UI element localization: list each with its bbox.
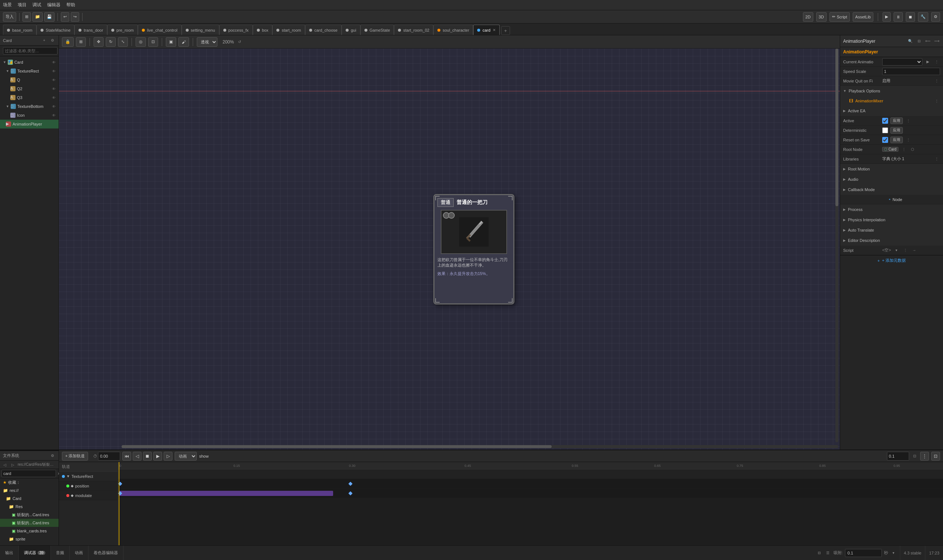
anim-play-icon[interactable]: ▶ <box>924 58 931 65</box>
fs-search-input[interactable] <box>2 470 56 477</box>
active-checkbox[interactable] <box>882 118 888 124</box>
assetlib-btn[interactable]: AssetLib <box>853 12 874 22</box>
snap-btn[interactable]: ⊡ <box>148 37 158 47</box>
animation-select[interactable]: 动画show <box>175 452 197 461</box>
script-arrow-icon[interactable]: → <box>911 247 918 254</box>
tree-item-q3[interactable]: A Q3 👁 <box>0 93 59 102</box>
scene-options-icon[interactable]: ⚙ <box>49 37 56 44</box>
pause-btn[interactable]: ⏸ <box>894 12 903 22</box>
tab-base-room[interactable]: base_room <box>3 25 37 35</box>
tab-start-room2[interactable]: start_room_02 <box>394 25 434 35</box>
open-scene-btn[interactable]: 📁 <box>32 12 43 22</box>
menu-project[interactable]: 项目 <box>18 2 26 8</box>
visibility-icon-tr[interactable]: 👁 <box>52 69 56 73</box>
inspector-history-icon[interactable]: ⟵ <box>924 38 931 45</box>
script-btn[interactable]: ✏ Script <box>829 12 850 22</box>
script-dropdown-icon[interactable]: ▾ <box>893 247 900 254</box>
animation-tab[interactable]: 动画 <box>69 546 88 560</box>
pivot-btn[interactable]: ◎ <box>136 37 146 47</box>
tree-item-q[interactable]: A Q 👁 <box>0 75 59 84</box>
move-btn[interactable]: ✥ <box>94 37 103 47</box>
reset-save-checkbox[interactable] <box>882 137 888 143</box>
script-options-icon[interactable]: ⋮ <box>902 247 909 254</box>
columns-btn[interactable]: ☰ <box>825 550 831 556</box>
animation-mixer-row[interactable]: 🎞 AnimationMixer ⋮ <box>840 96 943 106</box>
menu-help[interactable]: 帮助 <box>66 2 75 8</box>
tree-item-q2[interactable]: A Q2 👁 <box>0 84 59 93</box>
active-options-icon[interactable]: ⋮ <box>905 117 912 124</box>
speed-scale-input[interactable] <box>882 68 940 75</box>
root-node-options[interactable]: ⋮ <box>901 146 907 153</box>
inspector-next-icon[interactable]: ⟶ <box>934 38 940 45</box>
position-track-label[interactable]: ◆ position <box>59 481 117 491</box>
anim-options-icon[interactable]: ⋮ <box>934 58 940 65</box>
position-keyframe-end[interactable] <box>348 482 352 486</box>
add-metadata-button[interactable]: + + 添加元数据 <box>840 255 943 265</box>
v-scrollbar-thumb[interactable] <box>835 49 838 206</box>
debugger-tab[interactable]: 调试器 39 <box>19 546 51 560</box>
timeline-zoom-btn[interactable]: ⊡ <box>931 452 940 461</box>
scene-add-icon[interactable]: + <box>41 37 48 44</box>
mixer-options-icon[interactable]: ⋮ <box>934 98 940 104</box>
fs-blank-card[interactable]: ▣ blank_cards.tres <box>0 527 59 535</box>
unit-dropdown-icon[interactable]: ▾ <box>890 550 897 556</box>
visibility-icon-q[interactable]: 👁 <box>52 78 56 82</box>
h-scrollbar[interactable] <box>122 445 838 448</box>
tab-setting-menu[interactable]: setting_menu <box>182 25 219 35</box>
modulate-bar[interactable] <box>119 491 333 496</box>
prev-frame-btn[interactable]: ◁ <box>133 452 142 461</box>
filter-btn[interactable]: ⊟ <box>816 550 823 556</box>
rotate-btn[interactable]: ↻ <box>106 37 116 47</box>
physics-interp-header[interactable]: ▶ Physics Interpolation <box>840 215 943 225</box>
libraries-options[interactable]: ⋮ <box>934 156 940 162</box>
fs-card-folder[interactable]: 📁 Card <box>0 494 59 503</box>
tab-process-fx[interactable]: poccess_fx <box>219 25 253 35</box>
timeline-options-btn[interactable]: ⋮ <box>920 452 929 461</box>
audio-tab[interactable]: 音频 <box>51 546 69 560</box>
modulate-keyframe-end[interactable] <box>348 491 352 495</box>
paint-tool-btn[interactable]: 🖌 <box>178 37 189 47</box>
timeline-snap-icon[interactable]: ⊡ <box>911 453 918 460</box>
scene-filter-input[interactable] <box>3 47 57 54</box>
reset-save-apply-btn[interactable]: 应用 <box>890 137 903 143</box>
next-frame-btn[interactable]: ▷ <box>164 452 173 461</box>
scale-btn[interactable]: ⤡ <box>118 37 128 47</box>
redo-btn[interactable]: ↪ <box>71 12 79 22</box>
callback-mode-header[interactable]: ▶ Callback Mode <box>840 185 943 195</box>
deterministic-apply-btn[interactable]: 应用 <box>890 127 903 134</box>
inspector-search-icon[interactable]: 🔍 <box>907 38 914 45</box>
zoom-reset-icon[interactable]: ↺ <box>236 38 243 45</box>
active-ea-header[interactable]: ▶ Active EA <box>840 106 943 116</box>
viewport[interactable]: 普通 普通的一把刀 <box>59 49 840 449</box>
current-anim-dropdown[interactable]: show <box>882 58 922 66</box>
tab-box[interactable]: box <box>253 25 273 35</box>
save-scene-btn[interactable]: 💾 <box>44 12 54 22</box>
fs-options-icon[interactable]: ⚙ <box>49 452 56 459</box>
view-2d-btn[interactable]: 2D <box>803 12 813 22</box>
playback-options-header[interactable]: ▼ Playback Options <box>840 86 943 96</box>
play-anim-btn[interactable]: ▶ <box>153 452 162 461</box>
root-motion-header[interactable]: ▶ Root Motion <box>840 164 943 174</box>
add-track-btn[interactable]: + 添加轨道 <box>62 452 88 461</box>
visibility-icon-q2[interactable]: 👁 <box>52 87 56 91</box>
add-tab-button[interactable]: + <box>501 26 510 35</box>
undo-btn[interactable]: ↩ <box>61 12 69 22</box>
texturerect-track-label[interactable]: ▼ TextureRect <box>59 472 117 481</box>
fs-zhanlie-card[interactable]: ▣ 斩裂的...Card.tres <box>0 511 59 519</box>
movie-quit-options[interactable]: ⋮ <box>934 78 940 84</box>
tab-live-chat[interactable]: live_chat_control <box>138 25 182 35</box>
visibility-icon-q3[interactable]: 👁 <box>52 96 56 100</box>
visibility-icon-icon[interactable]: 👁 <box>52 114 56 117</box>
tab-soul-char[interactable]: soul_character <box>434 25 473 35</box>
view-3d-btn[interactable]: 3D <box>816 12 827 22</box>
new-scene-btn[interactable]: ⊞ <box>23 12 31 22</box>
snap-input[interactable] <box>845 549 882 557</box>
settings-btn[interactable]: ⚙ <box>931 12 940 22</box>
tree-item-texturebottom[interactable]: ▼ □ TextureBottom 👁 <box>0 102 59 111</box>
tab-statemachine[interactable]: StateMachine <box>37 25 74 35</box>
fs-res-subfolder[interactable]: 📁 Res <box>0 503 59 511</box>
menu-scene[interactable]: 场景 <box>3 2 12 8</box>
view-mode-select[interactable]: 透视 正交 <box>197 37 218 47</box>
close-tab-icon[interactable]: ✕ <box>493 28 495 32</box>
modulate-track-label[interactable]: ◆ modulate <box>59 491 117 500</box>
